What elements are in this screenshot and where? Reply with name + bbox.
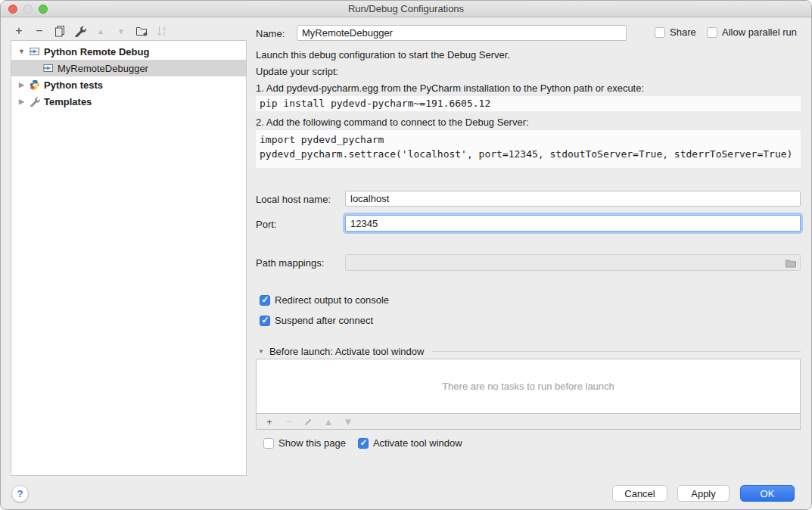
section-divider — [432, 351, 801, 352]
allow-parallel-run-checkbox[interactable] — [707, 27, 717, 38]
local-host-name-input[interactable] — [345, 191, 801, 207]
name-input[interactable] — [297, 25, 627, 41]
remove-configuration-button[interactable]: − — [33, 23, 46, 39]
settrace-code-block: import pydevd_pycharm pydevd_pycharm.set… — [256, 130, 801, 168]
add-task-button[interactable]: + — [264, 416, 275, 428]
activate-tool-window-row: Activate tool window — [358, 437, 462, 449]
before-launch-toolbar: + − ▲ ▼ — [257, 413, 800, 429]
move-task-down-button: ▼ — [343, 416, 353, 428]
tree-item-myremotedebugger[interactable]: MyRemoteDebugger — [11, 60, 246, 76]
show-this-page-label: Show this page — [278, 437, 346, 449]
collapse-arrow-icon[interactable]: ▶ — [17, 81, 26, 89]
cancel-button[interactable]: Cancel — [612, 485, 667, 502]
allow-parallel-checkbox-row: Allow parallel run — [707, 26, 797, 38]
ok-button[interactable]: OK — [740, 485, 795, 502]
run-debug-configurations-dialog: Run/Debug Configurations + − ▲ ▼ — [0, 0, 812, 510]
update-script-text: Update your script: — [256, 66, 338, 77]
before-launch-header[interactable]: ▼ Before launch: Activate tool window — [258, 346, 801, 357]
pip-install-code: pip install pydevd-pycharm~=191.6605.12 — [256, 96, 801, 111]
help-button[interactable]: ? — [11, 485, 29, 502]
configurations-tree: ▼ Python Remote Debug MyRe — [11, 40, 247, 476]
add-configuration-button[interactable]: + — [12, 23, 26, 39]
show-this-page-checkbox[interactable] — [263, 438, 274, 449]
name-label: Name: — [256, 28, 285, 39]
local-host-name-label: Local host name: — [256, 194, 331, 205]
path-mappings-field[interactable] — [345, 254, 801, 271]
tree-item-label: Templates — [44, 96, 92, 107]
step2-text: 2. Add the following command to connect … — [256, 117, 529, 128]
activate-tool-window-label: Activate tool window — [373, 437, 462, 449]
minimize-window-button — [23, 5, 33, 14]
port-label: Port: — [256, 219, 276, 230]
edit-task-pencil-icon — [303, 417, 314, 427]
share-label: Share — [670, 26, 696, 38]
before-launch-panel: There are no tasks to run before launch … — [256, 359, 801, 430]
show-this-page-row: Show this page — [263, 437, 346, 449]
tree-item-label: Python tests — [44, 79, 103, 91]
zoom-window-button[interactable] — [39, 5, 48, 14]
traffic-lights — [8, 5, 48, 14]
bottom-options-row: Show this page Activate tool window — [263, 437, 462, 449]
apply-button[interactable]: Apply — [677, 485, 730, 502]
share-checkbox[interactable] — [655, 27, 665, 38]
configurations-toolbar: + − ▲ ▼ a z — [12, 23, 169, 39]
step1-text: 1. Add pydevd-pycharm.egg from the PyCha… — [256, 82, 644, 94]
suspend-after-connect-checkbox[interactable] — [260, 316, 270, 326]
settrace-code-line2: pydevd_pycharm.settrace('localhost', por… — [260, 147, 801, 161]
intro-text: Launch this debug configuration to start… — [256, 49, 510, 61]
settrace-code-line1: import pydevd_pycharm — [260, 132, 801, 147]
tree-item-python-remote-debug[interactable]: ▼ Python Remote Debug — [11, 43, 246, 60]
redirect-output-row: Redirect output to console — [260, 294, 389, 306]
activate-tool-window-checkbox[interactable] — [358, 438, 369, 449]
copy-configuration-icon[interactable] — [53, 23, 67, 39]
tree-item-templates[interactable]: ▶ Templates — [11, 93, 246, 110]
port-input[interactable] — [345, 215, 801, 232]
expand-arrow-icon[interactable]: ▼ — [17, 48, 26, 55]
python-tests-icon — [30, 79, 40, 90]
suspend-after-connect-label: Suspend after connect — [275, 315, 373, 326]
templates-wrench-icon — [30, 96, 40, 107]
svg-text:z: z — [163, 31, 166, 36]
before-launch-task-list[interactable]: There are no tasks to run before launch — [257, 359, 800, 413]
remote-debug-config-icon — [43, 63, 54, 73]
sort-configurations-icon: a z — [155, 23, 169, 39]
tree-item-label: Python Remote Debug — [44, 46, 149, 58]
remove-task-button: − — [284, 416, 294, 428]
browse-folder-icon[interactable] — [785, 257, 797, 269]
tree-item-python-tests[interactable]: ▶ Python tests — [11, 76, 246, 93]
redirect-output-label: Redirect output to console — [275, 294, 389, 306]
tree-item-label: MyRemoteDebugger — [58, 63, 148, 74]
move-task-up-button: ▲ — [323, 416, 334, 428]
move-up-button: ▲ — [94, 23, 107, 39]
move-down-button: ▼ — [114, 23, 128, 39]
before-launch-empty-text: There are no tasks to run before launch — [442, 381, 614, 392]
new-folder-icon[interactable] — [135, 23, 148, 39]
section-collapse-arrow-icon[interactable]: ▼ — [258, 348, 264, 355]
close-window-button[interactable] — [8, 5, 17, 14]
window-title: Run/Debug Configurations — [348, 3, 464, 14]
collapse-arrow-icon[interactable]: ▶ — [17, 98, 26, 105]
remote-debug-config-icon — [30, 46, 40, 57]
before-launch-title: Before launch: Activate tool window — [269, 346, 425, 357]
suspend-after-connect-row: Suspend after connect — [260, 315, 373, 326]
share-checkbox-row: Share — [655, 26, 696, 38]
titlebar: Run/Debug Configurations — [1, 1, 811, 17]
edit-defaults-wrench-icon[interactable] — [73, 23, 87, 39]
path-mappings-label: Path mappings: — [256, 257, 324, 269]
redirect-output-checkbox[interactable] — [260, 295, 270, 306]
allow-parallel-run-label: Allow parallel run — [722, 26, 797, 38]
svg-text:a: a — [163, 26, 166, 31]
